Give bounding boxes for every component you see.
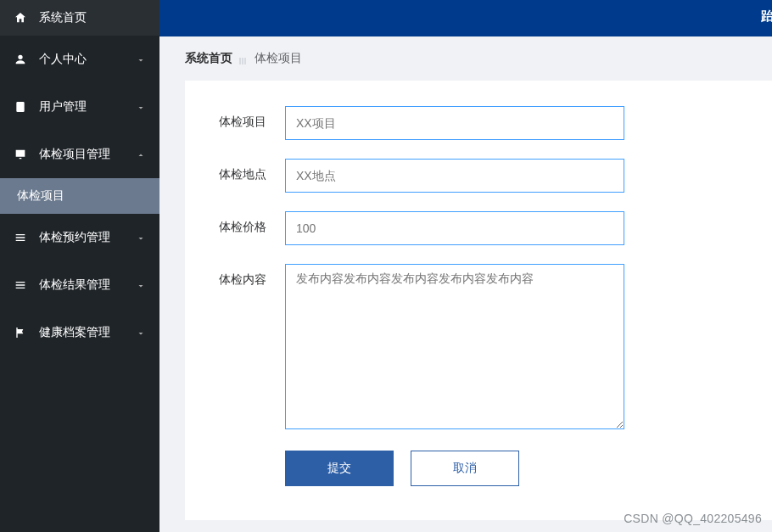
monitor-icon xyxy=(14,148,27,161)
label-location: 体检地点 xyxy=(219,159,278,182)
input-project[interactable] xyxy=(285,106,624,140)
sidebar-item-label: 体检结果管理 xyxy=(39,277,110,293)
sidebar-item-label: 体检预约管理 xyxy=(39,230,110,245)
sidebar-subitem-exam-project[interactable]: 体检项目 xyxy=(0,178,159,214)
form-row-project: 体检项目 xyxy=(219,106,738,140)
chevron-down-icon xyxy=(136,232,146,243)
sidebar-subitem-label: 体检项目 xyxy=(17,188,64,204)
sidebar-item-users[interactable]: 用户管理 xyxy=(0,83,159,131)
flag-icon xyxy=(14,326,27,339)
chevron-down-icon xyxy=(136,102,146,112)
sidebar-item-profile[interactable]: 个人中心 xyxy=(0,36,159,83)
chevron-down-icon xyxy=(136,328,146,338)
watermark-text: CSDN @QQ_402205496 xyxy=(624,512,762,525)
list-icon xyxy=(14,231,27,244)
input-price[interactable] xyxy=(285,211,624,245)
user-icon xyxy=(14,53,27,66)
form-card: 体检项目 体检地点 体检价格 体检内容 提交 取消 xyxy=(185,81,772,520)
list-icon xyxy=(14,278,27,292)
breadcrumb: 系统首页 体检项目 xyxy=(159,36,772,81)
breadcrumb-root[interactable]: 系统首页 xyxy=(185,51,232,66)
sidebar-item-label: 个人中心 xyxy=(39,52,87,67)
textarea-content[interactable] xyxy=(285,264,624,429)
label-price: 体检价格 xyxy=(219,211,278,235)
sidebar-item-health-archive[interactable]: 健康档案管理 xyxy=(0,309,159,356)
input-location[interactable] xyxy=(285,159,624,193)
main-area: 跆 系统首页 体检项目 体检项目 体检地点 体检价格 体检内容 提交 取消 xyxy=(159,0,772,532)
chevron-down-icon xyxy=(136,54,146,64)
sidebar: 系统首页 个人中心 用户管理 体检项目管理 体检项目 体检预约管理 体检结果管理… xyxy=(0,0,159,532)
topbar-partial-text: 跆 xyxy=(761,8,772,25)
button-row: 提交 取消 xyxy=(285,451,738,486)
form-row-content: 体检内容 xyxy=(219,264,738,432)
home-icon xyxy=(14,11,27,25)
form-row-location: 体检地点 xyxy=(219,159,738,193)
chevron-up-icon xyxy=(136,149,146,160)
label-content: 体检内容 xyxy=(219,264,278,288)
cancel-button[interactable]: 取消 xyxy=(411,451,519,486)
sidebar-item-label: 体检项目管理 xyxy=(39,147,110,162)
submit-button[interactable]: 提交 xyxy=(285,451,394,486)
chevron-down-icon xyxy=(136,280,146,290)
sidebar-item-label: 系统首页 xyxy=(39,10,87,25)
label-project: 体检项目 xyxy=(219,106,278,130)
clipboard-icon xyxy=(14,100,27,114)
breadcrumb-separator-icon xyxy=(239,54,248,63)
sidebar-item-result-mgmt[interactable]: 体检结果管理 xyxy=(0,261,159,309)
sidebar-item-appointment-mgmt[interactable]: 体检预约管理 xyxy=(0,214,159,261)
sidebar-item-label: 用户管理 xyxy=(39,99,87,115)
form-row-price: 体检价格 xyxy=(219,211,738,245)
sidebar-item-exam-project-mgmt[interactable]: 体检项目管理 xyxy=(0,131,159,178)
topbar: 跆 xyxy=(159,0,772,36)
sidebar-submenu: 体检项目 xyxy=(0,178,159,214)
sidebar-item-home[interactable]: 系统首页 xyxy=(0,0,159,36)
breadcrumb-current: 体检项目 xyxy=(255,51,302,66)
sidebar-item-label: 健康档案管理 xyxy=(39,325,110,340)
